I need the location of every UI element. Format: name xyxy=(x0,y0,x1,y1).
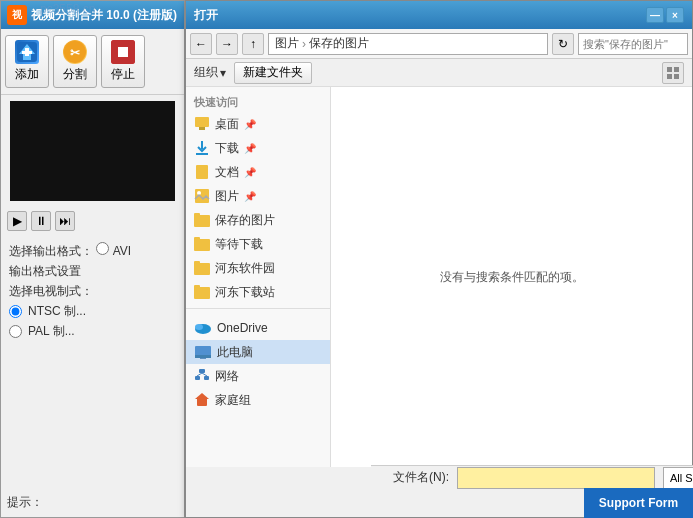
svg-rect-12 xyxy=(195,117,209,127)
up-button[interactable]: ↑ xyxy=(242,33,264,55)
output-format-setting-label: 输出格式设置 xyxy=(9,264,81,278)
svg-rect-14 xyxy=(196,153,208,155)
sidebar-label-saved-pictures: 保存的图片 xyxy=(215,212,275,229)
quick-access-title: 快速访问 xyxy=(186,91,330,112)
organize-label: 组织 xyxy=(194,64,218,81)
sidebar-item-thispc[interactable]: 此电脑 xyxy=(186,340,330,364)
organize-button[interactable]: 组织 ▾ xyxy=(194,64,226,81)
svg-rect-32 xyxy=(195,376,200,380)
address-bar: ← → ↑ 图片 › 保存的图片 ↻ xyxy=(186,29,692,59)
content-area: 没有与搜索条件匹配的项。 xyxy=(331,87,692,467)
play-button[interactable]: ▶ xyxy=(7,211,27,231)
sidebar-item-hedong-dl[interactable]: 河东下载站 xyxy=(186,280,330,304)
support-form-badge[interactable]: Support Form xyxy=(584,488,693,518)
sidebar-item-saved-pictures[interactable]: 保存的图片 xyxy=(186,208,330,232)
svg-marker-37 xyxy=(195,393,209,399)
tv-radio-group: NTSC 制... xyxy=(9,303,176,320)
sidebar-item-desktop[interactable]: 桌面 📌 xyxy=(186,112,330,136)
support-form-label: Support Form xyxy=(599,496,678,510)
pal-label: PAL 制... xyxy=(28,323,75,340)
svg-rect-13 xyxy=(199,127,205,130)
tv-system-label: 选择电视制式： xyxy=(9,284,93,298)
empty-message: 没有与搜索条件匹配的项。 xyxy=(440,269,584,286)
sidebar-item-docs[interactable]: 文档 📌 xyxy=(186,160,330,184)
svg-rect-8 xyxy=(667,67,672,72)
filename-label: 文件名(N): xyxy=(379,469,449,486)
sidebar: 快速访问 桌面 📌 下载 📌 文档 📌 图片 📌 xyxy=(186,87,331,467)
svg-rect-28 xyxy=(195,346,211,356)
dialog-minimize-button[interactable]: — xyxy=(646,7,664,23)
docs-icon xyxy=(194,164,210,180)
address-path[interactable]: 图片 › 保存的图片 xyxy=(268,33,548,55)
frame-button[interactable]: ⏭ xyxy=(55,211,75,231)
sidebar-label-onedrive: OneDrive xyxy=(217,321,268,335)
dialog-close-button[interactable]: × xyxy=(666,7,684,23)
sidebar-item-pictures[interactable]: 图片 📌 xyxy=(186,184,330,208)
filename-row: 文件名(N): All Support Forma... 打开(O) xyxy=(379,466,693,490)
sidebar-item-waiting-dl[interactable]: 等待下载 xyxy=(186,232,330,256)
organize-arrow: ▾ xyxy=(220,66,226,80)
svg-rect-7 xyxy=(118,47,128,57)
sidebar-label-network: 网络 xyxy=(215,368,239,385)
split-button[interactable]: ✂ 分割 xyxy=(53,35,97,88)
ntsc-label: NTSC 制... xyxy=(28,303,86,320)
sidebar-label-homegroup: 家庭组 xyxy=(215,392,251,409)
sidebar-label-hedong-software: 河东软件园 xyxy=(215,260,275,277)
new-folder-label: 新建文件夹 xyxy=(243,64,303,81)
svg-rect-29 xyxy=(195,355,211,358)
pal-radio[interactable] xyxy=(9,323,22,340)
forward-button[interactable]: → xyxy=(216,33,238,55)
dialog-title-buttons: — × xyxy=(646,7,684,23)
refresh-button[interactable]: ↻ xyxy=(552,33,574,55)
pin-icon-docs: 📌 xyxy=(244,167,256,178)
desktop-icon xyxy=(194,116,210,132)
pause-button[interactable]: ⏸ xyxy=(31,211,51,231)
app-controls: ▶ ⏸ ⏭ xyxy=(1,207,184,235)
pin-icon-desktop: 📌 xyxy=(244,119,256,130)
avi-radio[interactable] xyxy=(96,242,109,255)
add-button[interactable]: 添加 xyxy=(5,35,49,88)
svg-rect-31 xyxy=(199,369,205,373)
sidebar-item-network[interactable]: 网络 xyxy=(186,364,330,388)
stop-button[interactable]: 停止 xyxy=(101,35,145,88)
svg-rect-3 xyxy=(22,51,32,54)
network-icon xyxy=(194,369,210,383)
sidebar-label-download: 下载 xyxy=(215,140,239,157)
preview-area xyxy=(10,101,175,201)
homegroup-icon xyxy=(194,393,210,407)
sidebar-item-onedrive[interactable]: OneDrive xyxy=(186,316,330,340)
split-btn-label: 分割 xyxy=(63,66,87,83)
sidebar-item-download[interactable]: 下载 📌 xyxy=(186,136,330,160)
dialog-toolbar: 组织 ▾ 新建文件夹 xyxy=(186,59,692,87)
svg-rect-10 xyxy=(667,74,672,79)
download-icon xyxy=(194,140,210,156)
sidebar-label-waiting-dl: 等待下载 xyxy=(215,236,263,253)
ntsc-radio[interactable] xyxy=(9,303,22,320)
svg-line-35 xyxy=(202,373,207,376)
dialog-titlebar: 打开 — × xyxy=(186,1,692,29)
add-icon xyxy=(15,40,39,64)
stop-icon xyxy=(111,40,135,64)
dialog-title: 打开 xyxy=(194,7,218,24)
pin-icon-pictures: 📌 xyxy=(244,191,256,202)
onedrive-icon xyxy=(194,321,212,335)
svg-rect-23 xyxy=(194,261,200,265)
back-button[interactable]: ← xyxy=(190,33,212,55)
watermark: pc3558.cn xyxy=(40,2,95,16)
svg-rect-9 xyxy=(674,67,679,72)
app-tip: 提示： xyxy=(7,494,43,511)
filetype-select[interactable]: All Support Forma... xyxy=(663,467,693,489)
sidebar-item-hedong-software[interactable]: 河东软件园 xyxy=(186,256,330,280)
svg-line-34 xyxy=(197,373,202,376)
filename-input[interactable] xyxy=(457,467,655,489)
new-folder-button[interactable]: 新建文件夹 xyxy=(234,62,312,84)
add-btn-label: 添加 xyxy=(15,66,39,83)
output-format-label: 选择输出格式： xyxy=(9,244,93,258)
waiting-dl-icon xyxy=(194,237,210,251)
sidebar-label-docs: 文档 xyxy=(215,164,239,181)
svg-point-27 xyxy=(195,324,203,330)
search-input[interactable] xyxy=(578,33,688,55)
sidebar-item-homegroup[interactable]: 家庭组 xyxy=(186,388,330,412)
view-toggle-button[interactable] xyxy=(662,62,684,84)
file-open-dialog: 打开 — × ← → ↑ 图片 › 保存的图片 ↻ 组织 ▾ 新建文件夹 xyxy=(185,0,693,518)
